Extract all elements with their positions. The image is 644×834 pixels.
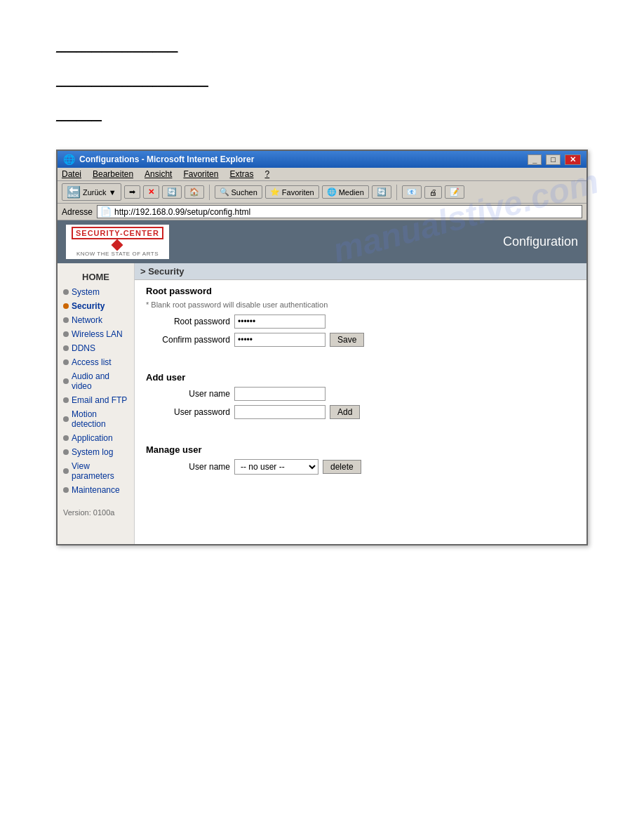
print-icon: 🖨 [429, 188, 437, 197]
sidebar-label-security: Security [72, 301, 105, 311]
sidebar-label-email-ftp: Email and FTP [72, 395, 127, 405]
bullet-icon [63, 416, 69, 422]
sidebar-item-network[interactable]: Network [58, 313, 134, 327]
back-label: Zurück [83, 188, 107, 197]
minimize-button[interactable]: _ [528, 154, 542, 165]
bullet-icon [63, 468, 69, 474]
doc-line-1: ________________________ [56, 42, 588, 53]
menu-ansicht[interactable]: Ansicht [145, 169, 172, 179]
sidebar-item-system-log[interactable]: System log [58, 445, 134, 459]
menu-bearbeiten[interactable]: Bearbeiten [93, 169, 133, 179]
toolbar: 🔙 Zurück ▼ ➡ ✕ 🔄 🏠 🔍 Suchen ⭐ Favoriten … [58, 181, 586, 204]
address-url[interactable]: http://192.168.0.99/setup/config.html [114, 207, 250, 217]
address-bar: Adresse 📄 http://192.168.0.99/setup/conf… [58, 204, 586, 220]
refresh-button[interactable]: 🔄 [162, 185, 182, 199]
search-button[interactable]: 🔍 Suchen [215, 185, 262, 199]
back-dropdown-icon: ▼ [109, 188, 116, 197]
favorites-label: Favoriten [282, 188, 314, 197]
sidebar-item-maintenance[interactable]: Maintenance [58, 483, 134, 497]
sidebar-item-audio-video[interactable]: Audio and video [58, 369, 134, 393]
sidebar-label-system: System [72, 287, 100, 297]
address-label: Adresse [62, 207, 93, 217]
logo-diamond-icon [112, 239, 123, 251]
title-bar: 🌐 Configurations - Microsoft Internet Ex… [58, 151, 586, 168]
sidebar-label-ddns: DDNS [72, 343, 95, 353]
history-button[interactable]: 🔄 [372, 185, 391, 199]
maximize-button[interactable]: □ [546, 154, 561, 165]
sidebar-item-application[interactable]: Application [58, 431, 134, 445]
browser-icon: 🌐 [63, 154, 75, 165]
print-button[interactable]: 🖨 [424, 186, 442, 199]
sidebar-item-email-ftp[interactable]: Email and FTP [58, 393, 134, 407]
app-header: SECURITY-CENTER KNOW THE STATE OF ARTS C… [58, 220, 586, 263]
confirm-password-input[interactable] [234, 333, 326, 347]
sidebar-label-network: Network [72, 315, 102, 325]
forward-button[interactable]: ➡ [124, 185, 140, 199]
media-label: Medien [339, 188, 364, 197]
bullet-icon [63, 317, 69, 323]
bullet-icon [63, 397, 69, 403]
sidebar-item-security[interactable]: Security [58, 299, 134, 313]
sidebar-item-wireless-lan[interactable]: Wireless LAN [58, 327, 134, 341]
edit-button[interactable]: 📝 [445, 185, 464, 199]
edit-icon: 📝 [450, 187, 459, 197]
bullet-icon [63, 435, 69, 441]
stop-icon: ✕ [148, 187, 154, 197]
main-layout: HOME System Security Network Wireless LA… [58, 263, 586, 544]
save-button[interactable]: Save [330, 333, 364, 347]
menu-favoriten[interactable]: Favoriten [183, 169, 218, 179]
sidebar-home[interactable]: HOME [58, 269, 134, 285]
sidebar-label-audio-video: Audio and video [72, 371, 128, 391]
sidebar-item-system[interactable]: System [58, 285, 134, 299]
bullet-icon [63, 303, 69, 309]
sidebar-label-system-log: System log [72, 447, 113, 457]
add-username-input[interactable] [234, 387, 326, 401]
menu-datei[interactable]: Datei [62, 169, 81, 179]
address-input-container[interactable]: 📄 http://192.168.0.99/setup/config.html [97, 205, 582, 218]
add-username-label: User name [146, 389, 230, 399]
manage-user-row: User name -- no user -- delete [146, 459, 575, 475]
root-password-input[interactable] [234, 315, 326, 329]
content-wrapper: > Security Root password * Blank root pa… [135, 263, 586, 544]
back-button[interactable]: 🔙 Zurück ▼ [62, 183, 121, 201]
add-user-password-input[interactable] [234, 405, 326, 419]
search-label: Suchen [232, 188, 257, 197]
stop-button[interactable]: ✕ [143, 185, 159, 199]
bullet-icon [63, 487, 69, 493]
search-icon: 🔍 [220, 187, 229, 197]
sidebar-item-ddns[interactable]: DDNS [58, 341, 134, 355]
root-password-row: Root password [146, 315, 575, 329]
home-icon: 🏠 [189, 187, 199, 197]
doc-line-5: _________ [56, 111, 588, 121]
delete-button[interactable]: delete [323, 460, 361, 474]
sidebar-item-motion-detection[interactable]: Motion detection [58, 407, 134, 431]
toolbar-sep-1 [209, 185, 210, 200]
star-icon: ⭐ [270, 187, 280, 197]
version-text: Version: 0100a [58, 503, 134, 522]
divider-2 [146, 428, 575, 436]
logo-area: SECURITY-CENTER KNOW THE STATE OF ARTS [66, 225, 169, 259]
bullet-icon [63, 345, 69, 351]
manage-user-select[interactable]: -- no user -- [234, 459, 318, 475]
media-button[interactable]: 🌐 Medien [322, 185, 369, 199]
page-icon: 📄 [100, 206, 112, 217]
sidebar-item-access-list[interactable]: Access list [58, 355, 134, 369]
history-icon: 🔄 [377, 187, 387, 197]
home-toolbar-button[interactable]: 🏠 [185, 185, 204, 199]
toolbar-sep-2 [396, 185, 397, 200]
section-root-password-note: * Blank root password will disable user … [146, 300, 575, 309]
menu-help[interactable]: ? [264, 169, 269, 179]
mail-button[interactable]: 📧 [402, 185, 422, 199]
doc-line-3: ______________________________ [56, 77, 588, 87]
add-button[interactable]: Add [330, 405, 360, 419]
section-add-user-title: Add user [146, 372, 575, 383]
sidebar-label-view-parameters: View parameters [72, 461, 128, 481]
bullet-icon [63, 289, 69, 295]
bullet-icon [63, 359, 69, 365]
sidebar-item-view-parameters[interactable]: View parameters [58, 459, 134, 483]
close-button[interactable]: ✕ [565, 154, 581, 165]
menu-extras[interactable]: Extras [229, 169, 253, 179]
menu-bar: Datei Bearbeiten Ansicht Favoriten Extra… [58, 168, 586, 181]
divider-1 [146, 355, 575, 364]
favorites-button[interactable]: ⭐ Favoriten [265, 185, 319, 199]
